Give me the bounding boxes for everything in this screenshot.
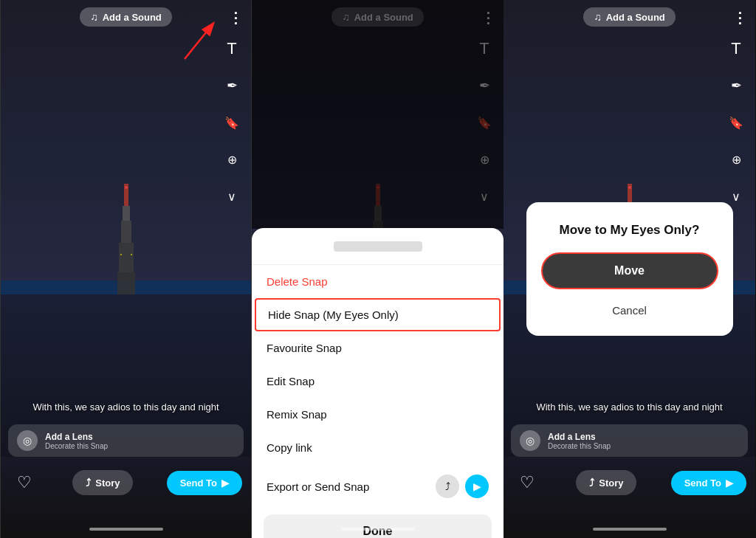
lens-bar-1[interactable]: ◎ Add a Lens Decorate this Snap xyxy=(8,424,244,457)
svg-rect-2 xyxy=(121,221,131,243)
menu-delete-snap[interactable]: Delete Snap xyxy=(252,265,504,298)
menu-edit-snap[interactable]: Edit Snap xyxy=(252,365,504,398)
svg-point-7 xyxy=(125,186,128,189)
chevron-down-icon-1[interactable]: ∨ xyxy=(220,184,244,208)
send-to-label-1: Send To xyxy=(180,477,217,489)
menu-copy-link[interactable]: Copy link xyxy=(252,431,504,464)
home-indicator-2 xyxy=(341,528,415,531)
menu-header-blur xyxy=(334,241,422,252)
favourite-snap-label: Favourite Snap xyxy=(267,342,342,354)
panel-3: ♫ Add a Sound ⋮ T ✒ 🔖 ⊕ ∨ With this, we … xyxy=(504,0,755,538)
svg-rect-1 xyxy=(123,206,130,221)
menu-hide-snap[interactable]: Hide Snap (My Eyes Only) xyxy=(255,298,501,331)
send-to-button-1[interactable]: Send To ▶ xyxy=(167,471,242,495)
add-sound-button-1[interactable]: ♫ Add a Sound xyxy=(80,7,172,27)
svg-rect-9 xyxy=(131,254,132,255)
text-tool-icon-1[interactable]: T xyxy=(220,37,244,61)
lens-subtitle-1: Decorate this Snap xyxy=(45,442,108,450)
caption-1: With this, we say adios to this day and … xyxy=(1,401,251,413)
story-label-1: Story xyxy=(95,477,120,489)
menu-favourite-snap[interactable]: Favourite Snap xyxy=(252,331,504,365)
world-tool-icon-1[interactable]: ⊕ xyxy=(220,148,244,171)
home-indicator-1 xyxy=(89,528,163,531)
export-icons: ⤴ ▶ xyxy=(436,475,489,498)
svg-line-11 xyxy=(185,24,213,59)
send-arrow-icon-1: ▶ xyxy=(221,477,229,489)
svg-rect-3 xyxy=(119,243,134,272)
pen-tool-icon-1[interactable]: ✒ xyxy=(220,74,244,97)
sticker-tool-icon-1[interactable]: 🔖 xyxy=(220,111,244,134)
share-circle-icon: ⤴ xyxy=(436,475,459,498)
menu-export-send[interactable]: Export or Send Snap ⤴ ▶ xyxy=(252,464,504,508)
story-share-icon-1: ⤴ xyxy=(86,477,91,489)
dialog-overlay: Move to My Eyes Only? Move Cancel xyxy=(504,0,755,538)
menu-remix-snap[interactable]: Remix Snap xyxy=(252,398,504,431)
svg-rect-8 xyxy=(120,254,122,255)
remix-snap-label: Remix Snap xyxy=(267,408,327,421)
menu-header xyxy=(252,228,504,265)
lens-icon-1: ◎ xyxy=(17,430,38,451)
dialog-title: Move to My Eyes Only? xyxy=(541,223,718,238)
done-button[interactable]: Done xyxy=(264,514,492,538)
hide-snap-label: Hide Snap (My Eyes Only) xyxy=(268,308,399,321)
lens-title-1: Add a Lens xyxy=(45,432,108,442)
cancel-button[interactable]: Cancel xyxy=(541,300,718,321)
panel-2: ♫ Add a Sound ⋮ T ✒ 🔖 ⊕ ∨ Delete Snap Hi… xyxy=(252,0,504,538)
delete-snap-label: Delete Snap xyxy=(267,275,328,288)
add-sound-label-1: Add a Sound xyxy=(103,12,162,23)
background-1 xyxy=(1,0,251,538)
edit-snap-label: Edit Snap xyxy=(267,375,315,387)
three-dots-menu-1[interactable]: ⋮ xyxy=(228,9,244,27)
panel-1: ♫ Add a Sound ⋮ T ✒ 🔖 ⊕ ∨ With this, we … xyxy=(0,0,252,538)
dark-overlay-2 xyxy=(252,0,504,229)
lens-text-1: Add a Lens Decorate this Snap xyxy=(45,432,108,450)
music-icon-1: ♫ xyxy=(90,11,98,23)
right-toolbar-1: T ✒ 🔖 ⊕ ∨ xyxy=(220,37,244,208)
red-arrow xyxy=(162,18,221,66)
bottom-bar-1: ♡ ⤴ Story Send To ▶ xyxy=(1,468,251,497)
story-button-1[interactable]: ⤴ Story xyxy=(72,470,133,495)
copy-link-label: Copy link xyxy=(267,441,312,454)
context-menu: Delete Snap Hide Snap (My Eyes Only) Fav… xyxy=(252,228,504,538)
move-button[interactable]: Move xyxy=(541,252,718,289)
export-send-label: Export or Send Snap xyxy=(267,480,369,493)
heart-button-1[interactable]: ♡ xyxy=(10,468,39,497)
dialog-box: Move to My Eyes Only? Move Cancel xyxy=(526,202,733,336)
send-circle-icon: ▶ xyxy=(465,475,489,498)
